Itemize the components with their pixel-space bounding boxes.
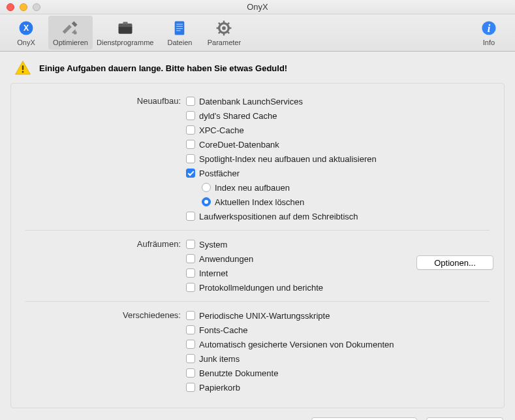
radio-label: Index neu aufbauen [215,183,290,193]
alert-text: Einige Aufgaben dauern lange. Bitte habe… [39,63,287,73]
toolbar-label: Dienstprogramme [97,39,153,46]
section-neuaufbau: Neuaufbau: Datenbank LaunchServices dyld… [25,91,490,226]
checkbox-label: Postfächer [199,169,240,178]
svg-point-13 [223,26,226,30]
checkbox-label: Laufwerkspositionen auf dem Schreibtisch [199,212,358,221]
toolbar-item-parameter[interactable]: Parameter [202,16,246,50]
checkbox-label: Benutzte Dokumente [199,368,278,378]
options-button[interactable]: Optionen... [416,255,493,270]
checkbox-launchservices[interactable] [186,97,195,106]
titlebar: OnyX [0,0,515,14]
checkbox-label: System [199,240,227,250]
gear-icon [215,19,233,37]
svg-rect-6 [123,22,127,24]
svg-line-18 [219,23,221,25]
toolbar-label: Optimieren [53,39,88,46]
radio-label: Aktuellen Index löschen [215,197,304,207]
checkbox-xpc[interactable] [186,125,195,135]
svg-line-20 [219,31,221,33]
toolbar-label: Dateien [167,39,192,46]
section-label: Verschiedenes: [25,308,186,395]
checkbox-system[interactable] [186,240,195,249]
checkbox-unix[interactable] [186,311,195,320]
svg-rect-10 [177,28,183,29]
info-icon: i [480,19,498,37]
section-aufraeumen: Aufräumen: System Anwendungen Internet P… [25,230,490,297]
checkbox-laufwerkspos[interactable] [186,212,195,221]
checkbox-coreduet[interactable] [186,140,195,149]
checkbox-label: Protokollmeldungen und berichte [199,283,323,293]
section-verschiedenes: Verschiedenes: Periodische UNIX-Wartungs… [25,301,490,397]
content: Einige Aufgaben dauern lange. Bitte habe… [0,52,515,420]
toolbar-item-info[interactable]: i Info [467,16,511,50]
checkbox-label: XPC-Cache [199,125,244,135]
toolbar-item-dienstprogramme[interactable]: Dienstprogramme [93,16,157,50]
checkbox-junk[interactable] [186,354,195,363]
checkbox-protokoll[interactable] [186,283,195,292]
svg-text:X: X [23,24,29,33]
svg-rect-4 [118,26,132,34]
toolbox-icon [116,19,134,37]
checkbox-label: Spotlight-Index neu aufbauen und aktuali… [199,154,377,164]
svg-rect-11 [177,30,181,31]
toolbar-item-dateien[interactable]: Dateien [157,16,202,50]
alert-banner: Einige Aufgaben dauern lange. Bitte habe… [0,52,515,83]
svg-rect-9 [177,26,183,27]
checkbox-autosave[interactable] [186,340,195,349]
section-label: Aufräumen: [25,237,186,295]
standard-button[interactable]: Standard [311,417,417,420]
checkbox-dyld[interactable] [186,111,195,120]
svg-text:i: i [488,23,491,35]
toolbar-label: Info [483,39,495,46]
ausfuehren-button[interactable]: Ausführen [426,417,503,420]
checkbox-trash[interactable] [186,383,195,392]
checkbox-label: Anwendungen [199,254,253,264]
checkbox-label: Junk items [199,354,240,364]
checkbox-label: Internet [199,268,228,278]
checkbox-anwendungen[interactable] [186,254,195,263]
checkbox-spotlight[interactable] [186,154,195,163]
checkbox-label: Fonts-Cache [199,325,247,335]
checkbox-label: CoreDuet-Datenbank [199,140,279,150]
section-label: Neuaufbau: [25,94,186,223]
checkbox-recent[interactable] [186,368,195,378]
toolbar: X OnyX Optimieren Dienstprogramme Dateie… [0,14,515,52]
tools-icon [61,19,80,37]
onyx-icon: X [17,19,35,37]
checkbox-label: Datenbank LaunchServices [199,97,303,106]
checkbox-label: Automatisch gesicherte Versionen von Dok… [199,340,394,349]
radio-index-rebuild[interactable] [202,183,211,192]
checkbox-label: Papierkorb [199,383,240,393]
checkbox-label: Periodische UNIX-Wartungsskripte [199,311,330,321]
window-title: OnyX [0,2,515,12]
options-panel: Neuaufbau: Datenbank LaunchServices dyld… [10,83,505,408]
toolbar-item-onyx[interactable]: X OnyX [4,16,48,50]
warning-icon [14,59,31,76]
toolbar-item-optimieren[interactable]: Optimieren [48,16,93,50]
toolbar-label: OnyX [17,39,35,46]
toolbar-label: Parameter [208,39,241,46]
footer: Standard Ausführen [0,408,515,420]
svg-rect-24 [22,65,23,70]
checkbox-postfaecher[interactable] [186,169,195,178]
svg-rect-8 [177,24,183,25]
svg-line-19 [228,31,230,33]
radio-index-delete[interactable] [202,197,211,206]
document-icon [170,19,189,37]
svg-point-25 [22,71,24,73]
svg-line-21 [228,23,230,25]
checkbox-internet[interactable] [186,268,195,278]
checkbox-fonts[interactable] [186,325,195,334]
checkbox-label: dyld's Shared Cache [199,111,277,121]
